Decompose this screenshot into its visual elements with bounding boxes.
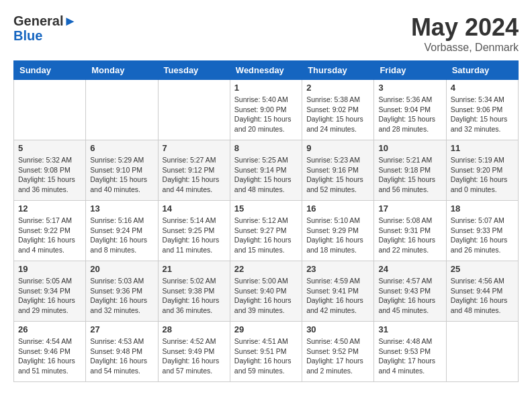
calendar-cell: 10Sunrise: 5:21 AMSunset: 9:18 PMDayligh… — [374, 140, 446, 201]
day-number: 10 — [378, 143, 441, 153]
day-of-week-header: Monday — [86, 61, 158, 80]
calendar-cell: 8Sunrise: 5:25 AMSunset: 9:14 PMDaylight… — [230, 140, 302, 201]
calendar-cell: 14Sunrise: 5:14 AMSunset: 9:25 PMDayligh… — [158, 201, 230, 261]
logo-general: General► — [13, 13, 77, 28]
day-info: Sunrise: 5:12 AMSunset: 9:27 PMDaylight:… — [234, 216, 298, 255]
day-of-week-header: Sunday — [14, 61, 86, 80]
day-info: Sunrise: 5:32 AMSunset: 9:08 PMDaylight:… — [18, 155, 81, 195]
day-number: 5 — [18, 143, 81, 153]
day-info: Sunrise: 5:38 AMSunset: 9:02 PMDaylight:… — [306, 95, 369, 134]
calendar-cell — [158, 80, 230, 140]
calendar-cell: 20Sunrise: 5:03 AMSunset: 9:36 PMDayligh… — [86, 261, 158, 322]
day-info: Sunrise: 5:29 AMSunset: 9:10 PMDaylight:… — [90, 155, 153, 195]
day-info: Sunrise: 5:19 AMSunset: 9:20 PMDaylight:… — [451, 155, 514, 195]
day-of-week-header: Friday — [374, 61, 446, 80]
calendar-cell: 5Sunrise: 5:32 AMSunset: 9:08 PMDaylight… — [14, 140, 86, 201]
day-number: 22 — [234, 264, 298, 274]
day-number: 28 — [163, 324, 226, 334]
day-info: Sunrise: 5:16 AMSunset: 9:24 PMDaylight:… — [90, 216, 153, 255]
day-info: Sunrise: 5:05 AMSunset: 9:34 PMDaylight:… — [18, 276, 81, 316]
day-info: Sunrise: 5:14 AMSunset: 9:25 PMDaylight:… — [163, 216, 226, 255]
calendar-cell: 30Sunrise: 4:50 AMSunset: 9:52 PMDayligh… — [302, 322, 374, 382]
calendar-cell: 28Sunrise: 4:52 AMSunset: 9:49 PMDayligh… — [158, 322, 230, 382]
day-info: Sunrise: 4:59 AMSunset: 9:41 PMDaylight:… — [306, 276, 369, 316]
day-of-week-header: Saturday — [446, 61, 518, 80]
calendar-cell — [14, 80, 86, 140]
day-number: 31 — [378, 324, 441, 334]
day-info: Sunrise: 5:34 AMSunset: 9:06 PMDaylight:… — [451, 95, 514, 134]
calendar-cell: 4Sunrise: 5:34 AMSunset: 9:06 PMDaylight… — [446, 80, 518, 140]
calendar-cell: 17Sunrise: 5:08 AMSunset: 9:31 PMDayligh… — [374, 201, 446, 261]
day-number: 11 — [451, 143, 514, 153]
day-number: 1 — [234, 83, 298, 93]
calendar-cell: 9Sunrise: 5:23 AMSunset: 9:16 PMDaylight… — [302, 140, 374, 201]
calendar-cell: 25Sunrise: 4:56 AMSunset: 9:44 PMDayligh… — [446, 261, 518, 322]
day-info: Sunrise: 5:02 AMSunset: 9:38 PMDaylight:… — [163, 276, 226, 316]
day-info: Sunrise: 4:56 AMSunset: 9:44 PMDaylight:… — [451, 276, 514, 316]
day-number: 29 — [234, 324, 298, 334]
calendar-cell: 13Sunrise: 5:16 AMSunset: 9:24 PMDayligh… — [86, 201, 158, 261]
day-number: 12 — [18, 203, 81, 214]
day-number: 13 — [90, 203, 153, 214]
day-number: 25 — [451, 264, 514, 274]
calendar-cell: 21Sunrise: 5:02 AMSunset: 9:38 PMDayligh… — [158, 261, 230, 322]
day-number: 17 — [378, 203, 441, 214]
title-block: May 2024 Vorbasse, Denmark — [411, 13, 519, 54]
day-info: Sunrise: 5:08 AMSunset: 9:31 PMDaylight:… — [378, 216, 441, 255]
calendar-week-row: 5Sunrise: 5:32 AMSunset: 9:08 PMDaylight… — [14, 140, 519, 201]
calendar-week-row: 19Sunrise: 5:05 AMSunset: 9:34 PMDayligh… — [14, 261, 519, 322]
calendar-cell: 2Sunrise: 5:38 AMSunset: 9:02 PMDaylight… — [302, 80, 374, 140]
day-number: 8 — [234, 143, 298, 153]
location-subtitle: Vorbasse, Denmark — [411, 42, 519, 54]
day-number: 3 — [378, 83, 441, 93]
day-number: 21 — [163, 264, 226, 274]
day-info: Sunrise: 5:17 AMSunset: 9:22 PMDaylight:… — [18, 216, 81, 255]
day-number: 16 — [306, 203, 369, 214]
day-number: 24 — [378, 264, 441, 274]
day-of-week-header: Tuesday — [158, 61, 230, 80]
calendar-cell: 19Sunrise: 5:05 AMSunset: 9:34 PMDayligh… — [14, 261, 86, 322]
calendar-week-row: 1Sunrise: 5:40 AMSunset: 9:00 PMDaylight… — [14, 80, 519, 140]
day-info: Sunrise: 5:07 AMSunset: 9:33 PMDaylight:… — [451, 216, 514, 255]
day-info: Sunrise: 5:36 AMSunset: 9:04 PMDaylight:… — [378, 95, 441, 134]
page-header: General► Blue May 2024 Vorbasse, Denmark — [13, 13, 519, 54]
calendar-cell: 29Sunrise: 4:51 AMSunset: 9:51 PMDayligh… — [230, 322, 302, 382]
day-number: 19 — [18, 264, 81, 274]
day-info: Sunrise: 4:51 AMSunset: 9:51 PMDaylight:… — [234, 336, 298, 376]
day-number: 27 — [90, 324, 153, 334]
calendar-cell: 6Sunrise: 5:29 AMSunset: 9:10 PMDaylight… — [86, 140, 158, 201]
day-info: Sunrise: 5:23 AMSunset: 9:16 PMDaylight:… — [306, 155, 369, 195]
day-number: 15 — [234, 203, 298, 214]
calendar-cell: 3Sunrise: 5:36 AMSunset: 9:04 PMDaylight… — [374, 80, 446, 140]
day-number: 14 — [163, 203, 226, 214]
logo-blue: Blue — [13, 28, 77, 43]
day-info: Sunrise: 5:03 AMSunset: 9:36 PMDaylight:… — [90, 276, 153, 316]
day-info: Sunrise: 5:25 AMSunset: 9:14 PMDaylight:… — [234, 155, 298, 195]
day-number: 18 — [451, 203, 514, 214]
day-of-week-header: Thursday — [302, 61, 374, 80]
day-number: 2 — [306, 83, 369, 93]
day-number: 6 — [90, 143, 153, 153]
day-info: Sunrise: 4:48 AMSunset: 9:53 PMDaylight:… — [378, 336, 441, 376]
calendar-cell: 16Sunrise: 5:10 AMSunset: 9:29 PMDayligh… — [302, 201, 374, 261]
day-number: 26 — [18, 324, 81, 334]
day-info: Sunrise: 4:52 AMSunset: 9:49 PMDaylight:… — [163, 336, 226, 376]
calendar-cell: 22Sunrise: 5:00 AMSunset: 9:40 PMDayligh… — [230, 261, 302, 322]
day-number: 23 — [306, 264, 369, 274]
day-number: 7 — [163, 143, 226, 153]
calendar-week-row: 26Sunrise: 4:54 AMSunset: 9:46 PMDayligh… — [14, 322, 519, 382]
calendar-cell: 26Sunrise: 4:54 AMSunset: 9:46 PMDayligh… — [14, 322, 86, 382]
calendar-cell: 15Sunrise: 5:12 AMSunset: 9:27 PMDayligh… — [230, 201, 302, 261]
day-number: 30 — [306, 324, 369, 334]
day-number: 4 — [451, 83, 514, 93]
day-info: Sunrise: 4:53 AMSunset: 9:48 PMDaylight:… — [90, 336, 153, 376]
day-info: Sunrise: 4:50 AMSunset: 9:52 PMDaylight:… — [306, 336, 369, 376]
calendar-cell: 7Sunrise: 5:27 AMSunset: 9:12 PMDaylight… — [158, 140, 230, 201]
day-number: 9 — [306, 143, 369, 153]
day-info: Sunrise: 4:54 AMSunset: 9:46 PMDaylight:… — [18, 336, 81, 376]
calendar-cell: 18Sunrise: 5:07 AMSunset: 9:33 PMDayligh… — [446, 201, 518, 261]
logo: General► Blue — [13, 13, 77, 43]
day-info: Sunrise: 5:00 AMSunset: 9:40 PMDaylight:… — [234, 276, 298, 316]
calendar-cell: 31Sunrise: 4:48 AMSunset: 9:53 PMDayligh… — [374, 322, 446, 382]
day-info: Sunrise: 5:27 AMSunset: 9:12 PMDaylight:… — [163, 155, 226, 195]
